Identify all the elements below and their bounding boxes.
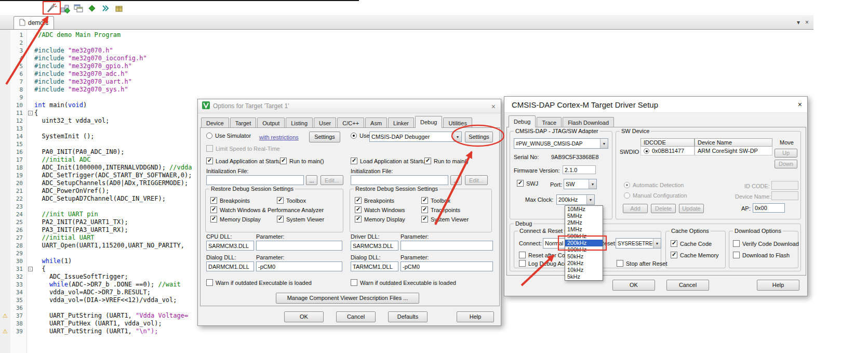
sim-sysview-checkbox[interactable]	[277, 216, 284, 223]
manual-configuration-radio[interactable]	[624, 192, 630, 199]
log-debug-checkbox[interactable]	[519, 260, 526, 267]
sim-edit-button[interactable]: Edit...	[321, 175, 343, 185]
clock-option-10khz[interactable]: 10kHz	[565, 267, 603, 273]
adapter-combobox[interactable]: #PW_WINUSB_CMSIS-DAP ▼	[514, 138, 608, 149]
clock-option-20khz[interactable]: 20kHz	[565, 260, 603, 267]
dbg-edit-button[interactable]: Edit...	[465, 175, 488, 185]
driver-dialog-titlebar[interactable]: CMSIS-DAP Cortex-M Target Driver Setup	[504, 97, 807, 113]
ok-button[interactable]: OK	[284, 311, 324, 322]
dropdown-arrow-icon[interactable]: ▼	[589, 179, 596, 189]
options-tab-user[interactable]: User	[314, 117, 336, 128]
dbg-dialog-param-input[interactable]	[400, 262, 493, 271]
dbg-memory-checkbox[interactable]	[355, 216, 362, 223]
sim-memory-checkbox[interactable]	[210, 216, 217, 223]
driver-close-icon[interactable]: ×	[798, 100, 802, 109]
cache-code-checkbox[interactable]	[671, 240, 677, 247]
max-clock-combobox[interactable]: 200kHz ▼	[556, 194, 595, 205]
options-tab-linker[interactable]: Linker	[388, 117, 414, 128]
move-up-button[interactable]: Up	[774, 149, 797, 158]
options-tab-utilities[interactable]: Utilities	[443, 117, 472, 128]
device-name-cell[interactable]: ARM CoreSight SW-DP	[695, 147, 772, 155]
cpu-param-input[interactable]	[256, 241, 342, 251]
clock-option-5khz[interactable]: 5kHz	[565, 273, 603, 280]
dbg-browse-button[interactable]: ...	[450, 175, 462, 185]
ap-input[interactable]	[753, 203, 785, 213]
with-restrictions-link[interactable]: with restrictions	[259, 134, 299, 140]
options-tab-asm[interactable]: Asm	[365, 117, 387, 128]
defaults-button[interactable]: Defaults	[388, 311, 428, 322]
driver-ok-button[interactable]: OK	[612, 280, 655, 291]
options-dialog-titlebar[interactable]: Options for Target 'Target 1'	[198, 99, 501, 113]
dropdown-arrow-icon[interactable]: ▼	[453, 132, 461, 141]
stop-after-reset-checkbox[interactable]	[617, 260, 623, 267]
move-down-button[interactable]: Down	[774, 160, 797, 168]
dbg-watch-checkbox[interactable]	[355, 206, 362, 213]
options-close-icon[interactable]: ×	[491, 102, 496, 111]
clock-option-50khz[interactable]: 50kHz	[565, 253, 603, 260]
cancel-button[interactable]: Cancel	[336, 311, 376, 322]
add-button[interactable]: Add	[623, 204, 648, 213]
swj-checkbox[interactable]	[517, 180, 524, 187]
sim-dialog-dll-input[interactable]	[206, 262, 254, 271]
dbg-toolbox-checkbox[interactable]	[421, 197, 428, 204]
reset-combobox[interactable]: SYSRESETREQ ▼	[616, 238, 661, 249]
device-name-column-header[interactable]: Device Name	[695, 138, 772, 147]
options-tab-target[interactable]: Target	[230, 117, 257, 128]
cpu-dll-input[interactable]	[206, 241, 254, 251]
limit-speed-checkbox[interactable]	[206, 145, 213, 152]
clock-option-10mhz[interactable]: 10MHz	[565, 206, 603, 213]
options-tab-output[interactable]: Output	[257, 117, 285, 128]
use-debugger-radio[interactable]	[351, 133, 357, 139]
pack-installer-icon[interactable]	[112, 2, 126, 14]
driver-tab-debug[interactable]: Debug	[509, 115, 536, 127]
id-code-field[interactable]	[771, 181, 798, 190]
function-editor-icon[interactable]	[99, 2, 112, 14]
tab-list-dropdown-icon[interactable]: ▾	[797, 19, 800, 26]
sim-breakpoints-checkbox[interactable]	[210, 197, 217, 204]
idcode-column-header[interactable]: IDCODE	[640, 138, 695, 147]
fold-marker[interactable]: -	[28, 111, 33, 115]
sim-warn-outdated-checkbox[interactable]	[206, 279, 213, 286]
update-button[interactable]: Update	[679, 204, 704, 213]
sim-load-app-checkbox[interactable]	[206, 158, 213, 164]
dropdown-arrow-icon[interactable]: ▼	[586, 195, 594, 204]
options-for-target-icon[interactable]	[45, 2, 58, 14]
windows-cascade-icon[interactable]	[72, 2, 85, 14]
clock-option-2mhz[interactable]: 2MHz	[565, 219, 603, 226]
options-tab-device[interactable]: Device	[201, 117, 229, 128]
automatic-detection-radio[interactable]	[624, 182, 630, 188]
dropdown-arrow-icon[interactable]: ▼	[653, 239, 661, 248]
close-tab-icon[interactable]: ×	[805, 19, 809, 26]
sim-browse-button[interactable]: ...	[306, 175, 317, 185]
driver-param-input[interactable]	[400, 241, 493, 251]
clock-option-100khz[interactable]: 100kHz	[565, 246, 603, 253]
clock-option-500khz[interactable]: 500kHz	[565, 233, 603, 240]
device-row-radio[interactable]	[644, 148, 649, 154]
driver-cancel-button[interactable]: Cancel	[666, 280, 709, 291]
driver-tab-flash-download[interactable]: Flash Download	[563, 117, 614, 127]
dbg-run-main-checkbox[interactable]	[424, 158, 431, 164]
options-tab-listing[interactable]: Listing	[286, 117, 313, 128]
manage-component-viewer-button[interactable]: Manage Component Viewer Description File…	[276, 293, 419, 304]
fold-marker[interactable]: -	[28, 267, 33, 271]
help-button[interactable]: Help	[457, 311, 494, 322]
tab-demo-c[interactable]: demo.c	[14, 16, 54, 29]
clock-option-1mhz[interactable]: 1MHz	[565, 226, 603, 233]
options-tab-debug[interactable]: Debug	[415, 116, 442, 128]
cache-memory-checkbox[interactable]	[671, 252, 677, 258]
dbg-init-file-input[interactable]	[351, 175, 448, 185]
sim-init-file-input[interactable]	[206, 175, 304, 185]
sim-watch-checkbox[interactable]	[210, 206, 217, 213]
options-tab-c-c-[interactable]: C/C++	[337, 117, 364, 128]
dbg-load-app-checkbox[interactable]	[351, 158, 357, 164]
simulator-settings-button[interactable]: Settings	[309, 132, 340, 142]
manage-run-time-environment-icon[interactable]	[58, 2, 72, 14]
dbg-warn-outdated-checkbox[interactable]	[351, 279, 357, 286]
idcode-cell[interactable]: 0x0BB11477	[640, 147, 695, 155]
use-simulator-radio[interactable]	[206, 133, 212, 139]
debugger-settings-button[interactable]: Settings	[465, 132, 493, 142]
port-combobox[interactable]: SW ▼	[564, 179, 597, 189]
clock-option-5mhz[interactable]: 5MHz	[565, 213, 603, 219]
sim-run-main-checkbox[interactable]	[280, 158, 287, 164]
dbg-sysview-checkbox[interactable]	[421, 216, 428, 223]
